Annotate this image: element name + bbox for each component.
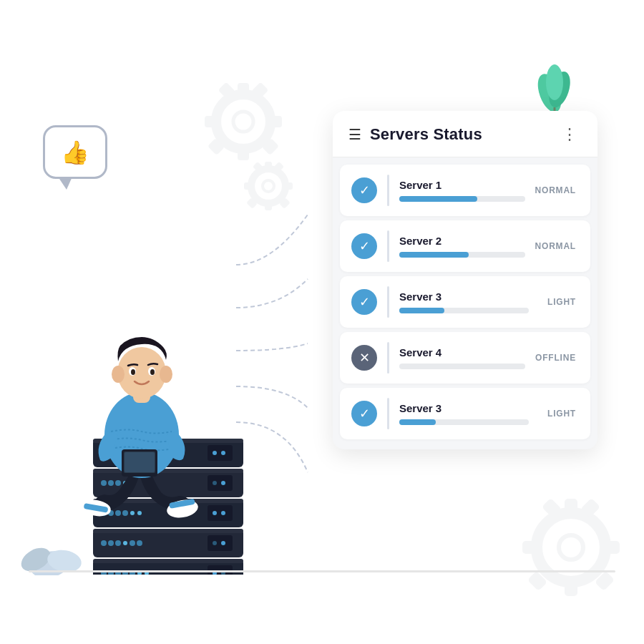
servers-icon: ☰ xyxy=(348,126,361,143)
server-row: ✕ Server 4 OFFLINE xyxy=(340,332,590,384)
svg-rect-13 xyxy=(283,182,293,190)
card-menu-button[interactable]: ⋮ xyxy=(559,125,582,144)
row-divider xyxy=(387,286,389,318)
status-label: LIGHT xyxy=(539,297,576,307)
server-info: Server 3 xyxy=(399,291,529,313)
svg-point-106 xyxy=(131,369,135,375)
status-icon-online: ✓ xyxy=(351,401,377,426)
progress-bar-bg xyxy=(399,419,529,425)
server-name: Server 4 xyxy=(399,346,525,358)
status-label: LIGHT xyxy=(539,409,576,419)
status-icon-online: ✓ xyxy=(351,177,377,203)
svg-point-32 xyxy=(546,64,563,100)
svg-rect-12 xyxy=(265,200,272,210)
status-icon-online: ✓ xyxy=(351,289,377,315)
svg-point-51 xyxy=(101,540,107,546)
svg-point-91 xyxy=(221,451,225,455)
svg-rect-23 xyxy=(602,541,620,554)
progress-bar-fill xyxy=(399,419,436,425)
svg-rect-57 xyxy=(208,535,233,551)
server-name: Server 2 xyxy=(399,235,525,247)
svg-rect-14 xyxy=(244,182,254,190)
svg-point-69 xyxy=(213,511,217,515)
ground-line xyxy=(29,570,615,572)
svg-rect-38 xyxy=(93,559,243,563)
progress-bar-bg xyxy=(399,252,525,258)
plant-decoration xyxy=(530,57,580,117)
svg-rect-50 xyxy=(93,529,243,533)
svg-point-55 xyxy=(130,540,135,546)
server-name: Server 3 xyxy=(399,402,529,414)
progress-bar-fill xyxy=(399,252,469,258)
svg-rect-11 xyxy=(265,162,272,172)
card-title: Servers Status xyxy=(370,125,482,144)
svg-point-9 xyxy=(233,112,253,132)
svg-rect-99 xyxy=(125,452,155,472)
chat-bubble: 👍 xyxy=(43,125,107,179)
card-header: ☰ Servers Status ⋮ xyxy=(333,111,597,157)
svg-point-74 xyxy=(108,480,114,486)
svg-point-52 xyxy=(108,540,114,546)
plant-leaves-icon xyxy=(530,57,580,114)
svg-point-73 xyxy=(101,480,107,486)
card-body: ✓ Server 1 NORMAL ✓ Server 2 NORMAL xyxy=(333,157,597,449)
svg-point-64 xyxy=(115,510,121,516)
card-title-row: ☰ Servers Status xyxy=(348,125,482,144)
svg-rect-78 xyxy=(208,475,233,491)
svg-point-102 xyxy=(112,366,125,383)
servers-status-card: ☰ Servers Status ⋮ ✓ Server 1 NORMAL ✓ xyxy=(333,111,597,449)
svg-rect-68 xyxy=(208,505,233,521)
svg-point-65 xyxy=(122,510,128,516)
svg-point-107 xyxy=(150,369,155,375)
server-row: ✓ Server 3 LIGHT xyxy=(340,388,590,439)
svg-point-56 xyxy=(137,540,142,546)
svg-rect-3 xyxy=(268,116,282,127)
status-icon-offline: ✕ xyxy=(351,345,377,371)
status-label: NORMAL xyxy=(535,185,576,195)
svg-point-54 xyxy=(123,541,127,545)
server-row: ✓ Server 1 NORMAL xyxy=(340,165,590,216)
server-name: Server 3 xyxy=(399,291,529,303)
gear-bottom-right-icon xyxy=(514,490,628,605)
svg-rect-1 xyxy=(238,83,249,97)
svg-rect-21 xyxy=(565,499,577,516)
progress-bar-bg xyxy=(399,364,525,369)
progress-bar-fill xyxy=(399,308,444,313)
server-row: ✓ Server 2 NORMAL xyxy=(340,220,590,272)
server-row: ✓ Server 3 LIGHT xyxy=(340,276,590,328)
thumbs-up-icon: 👍 xyxy=(61,139,89,166)
svg-point-103 xyxy=(160,366,172,383)
svg-point-58 xyxy=(213,541,217,545)
row-divider xyxy=(387,342,389,374)
svg-point-70 xyxy=(221,511,225,515)
gear-small-icon xyxy=(236,154,301,218)
status-label: NORMAL xyxy=(535,241,576,251)
svg-point-79 xyxy=(213,481,217,485)
server-name: Server 1 xyxy=(399,179,525,191)
svg-rect-89 xyxy=(208,445,233,461)
svg-point-101 xyxy=(117,347,166,399)
svg-rect-4 xyxy=(205,116,219,127)
svg-point-67 xyxy=(137,511,142,515)
server-info: Server 4 xyxy=(399,346,525,369)
svg-point-29 xyxy=(559,535,583,560)
svg-point-0 xyxy=(216,94,270,149)
progress-bar-fill xyxy=(399,196,477,202)
server-info: Server 2 xyxy=(399,235,525,258)
svg-rect-22 xyxy=(565,579,577,596)
progress-bar-bg xyxy=(399,196,525,202)
svg-rect-24 xyxy=(522,541,540,554)
svg-point-90 xyxy=(213,451,217,455)
page-scene: 👍 xyxy=(0,0,644,644)
progress-bar-bg xyxy=(399,308,529,313)
svg-point-66 xyxy=(130,511,135,515)
svg-point-59 xyxy=(221,541,225,545)
row-divider xyxy=(387,230,389,262)
svg-point-10 xyxy=(251,169,286,203)
status-label: OFFLINE xyxy=(535,353,576,363)
svg-point-80 xyxy=(221,481,225,485)
status-icon-online: ✓ xyxy=(351,233,377,259)
row-divider xyxy=(387,398,389,429)
server-info: Server 3 xyxy=(399,402,529,425)
row-divider xyxy=(387,175,389,206)
